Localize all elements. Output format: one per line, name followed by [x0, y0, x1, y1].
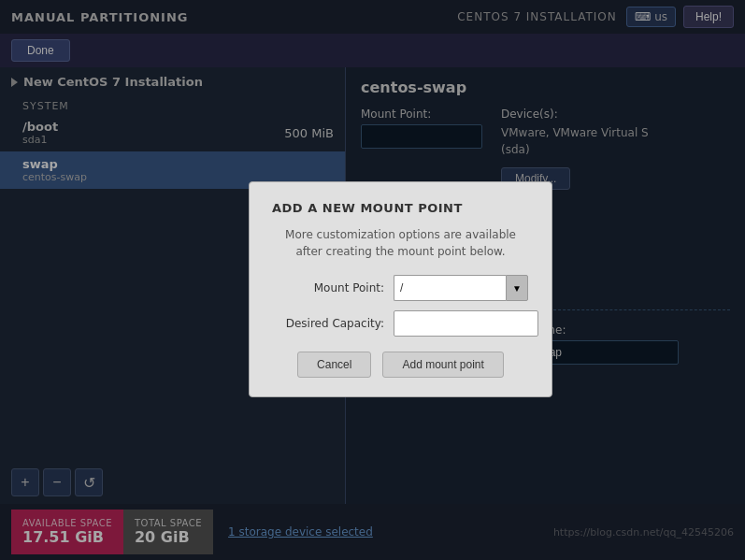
modal-desired-capacity-input[interactable] [394, 310, 538, 337]
modal-desired-capacity-label: Desired Capacity: [272, 317, 384, 330]
modal-description: More customization options are available… [272, 226, 529, 260]
modal-mount-point-select-wrap: ▼ [394, 275, 528, 301]
modal-cancel-button[interactable]: Cancel [297, 352, 371, 378]
modal-mount-point-row: Mount Point: ▼ [272, 275, 529, 301]
modal-overlay: ADD A NEW MOUNT POINT More customization… [0, 0, 745, 560]
dropdown-arrow-icon: ▼ [512, 283, 522, 294]
modal-mount-point-label: Mount Point: [272, 281, 384, 294]
modal-add-mount-point-button[interactable]: Add mount point [382, 352, 503, 378]
modal-title: ADD A NEW MOUNT POINT [272, 201, 529, 215]
modal-desired-capacity-row: Desired Capacity: [272, 310, 529, 337]
modal-dialog: ADD A NEW MOUNT POINT More customization… [249, 181, 552, 397]
modal-mount-point-dropdown[interactable]: ▼ [506, 275, 528, 301]
modal-buttons: Cancel Add mount point [272, 352, 529, 378]
modal-mount-point-input[interactable] [394, 275, 506, 301]
